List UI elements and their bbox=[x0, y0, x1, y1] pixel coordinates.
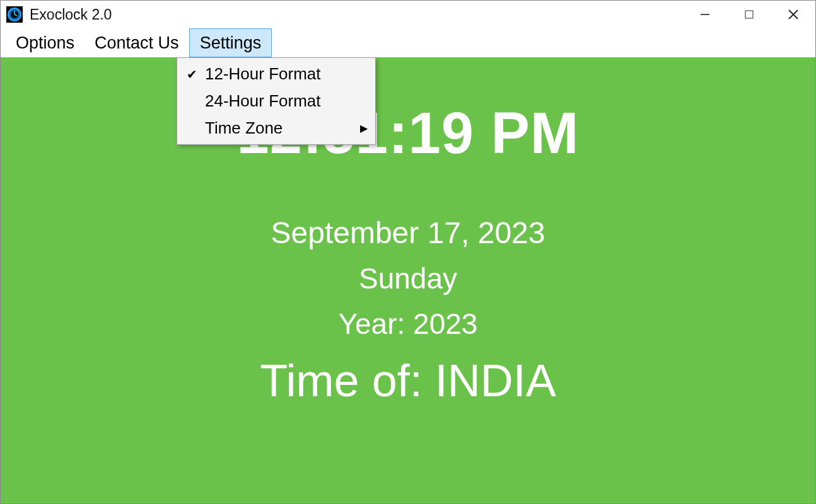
dropdown-item-24-hour-format[interactable]: 24-Hour Format bbox=[178, 88, 374, 115]
window-controls bbox=[683, 1, 815, 28]
submenu-arrow-icon: ▶ bbox=[354, 122, 368, 134]
maximize-button[interactable] bbox=[727, 1, 771, 28]
settings-dropdown: ✔ 12-Hour Format 24-Hour Format Time Zon… bbox=[177, 57, 376, 145]
app-title: Exoclock 2.0 bbox=[30, 6, 683, 23]
dropdown-item-12-hour-format[interactable]: ✔ 12-Hour Format bbox=[178, 60, 374, 88]
dropdown-item-label: Time Zone bbox=[205, 118, 354, 138]
app-icon bbox=[6, 6, 23, 23]
menu-contact-us[interactable]: Contact Us bbox=[85, 28, 189, 57]
menu-settings[interactable]: Settings bbox=[189, 28, 272, 57]
content-area: 12:51:19 PM September 17, 2023 Sunday Ye… bbox=[1, 57, 815, 503]
year-line: Year: 2023 bbox=[339, 307, 478, 341]
svg-rect-6 bbox=[745, 11, 753, 18]
date-line: September 17, 2023 bbox=[271, 215, 545, 250]
menubar: Options Contact Us Settings bbox=[1, 28, 815, 57]
menu-options[interactable]: Options bbox=[6, 28, 85, 57]
app-window: Exoclock 2.0 Options Contact Us Settings… bbox=[0, 0, 816, 504]
dropdown-item-time-zone[interactable]: Time Zone ▶ bbox=[178, 115, 374, 142]
dropdown-item-label: 24-Hour Format bbox=[205, 91, 354, 111]
check-icon: ✔ bbox=[178, 67, 205, 82]
minimize-button[interactable] bbox=[683, 1, 727, 28]
timezone-line: Time of: INDIA bbox=[260, 355, 556, 406]
close-button[interactable] bbox=[771, 1, 815, 28]
titlebar: Exoclock 2.0 bbox=[1, 1, 815, 28]
dropdown-item-label: 12-Hour Format bbox=[205, 64, 354, 84]
day-line: Sunday bbox=[359, 261, 457, 295]
